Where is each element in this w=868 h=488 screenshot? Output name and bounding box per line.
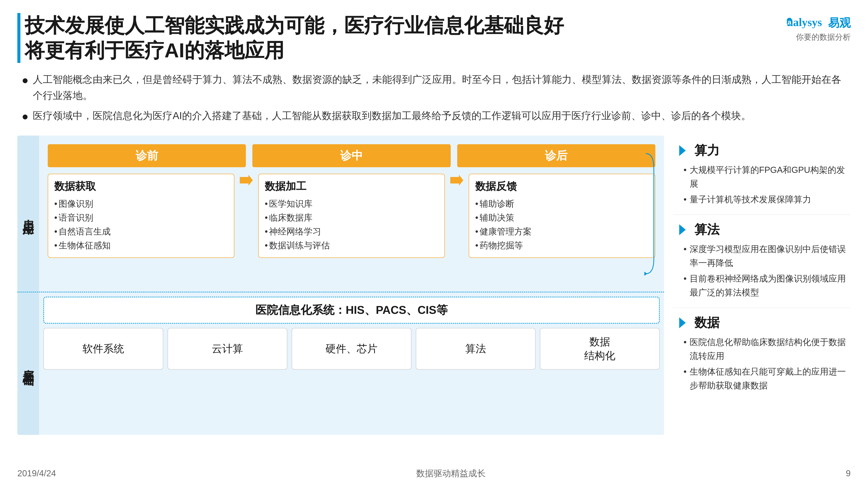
data-feedback-box: 数据反馈 辅助诊断 辅助决策 健康管理方案 药物挖掘等 bbox=[469, 174, 655, 258]
footer-date: 2019/4/24 bbox=[18, 468, 56, 478]
card-title-suanfa: 算法 bbox=[694, 221, 720, 238]
stage-zhenzhong: 诊中 bbox=[252, 144, 451, 167]
logo-text: 易观 bbox=[828, 15, 850, 31]
processing-title: 数据加工 bbox=[265, 180, 438, 193]
proc-item-0: 医学知识库 bbox=[265, 197, 438, 210]
lower-label: 底层基础 bbox=[18, 292, 39, 435]
card-header-suanfa: 算法 bbox=[679, 221, 850, 238]
infra-cloud: 云计算 bbox=[167, 328, 287, 369]
stage-headers: 诊前 诊中 诊后 bbox=[48, 144, 655, 167]
chevron-icon-suanfa bbox=[679, 224, 690, 235]
upper-section: 上层应用 诊前 诊中 诊后 数据获取 图像识别 bbox=[18, 135, 664, 292]
card-title-suanli: 算力 bbox=[694, 142, 720, 159]
chevron-icon-suanli bbox=[679, 145, 690, 156]
feedback-title: 数据反馈 bbox=[475, 180, 649, 193]
upper-label: 上层应用 bbox=[18, 135, 39, 292]
processing-items: 医学知识库 临床数据库 神经网络学习 数据训练与评估 bbox=[265, 197, 438, 252]
stage-zhenhou: 诊后 bbox=[457, 144, 655, 167]
proc-item-2: 神经网络学习 bbox=[265, 225, 438, 238]
logo-icon: nalysys a bbox=[787, 15, 826, 31]
upper-content: 诊前 诊中 诊后 数据获取 图像识别 语音识别 自然语言生成 bbox=[39, 135, 664, 292]
card-bullets-shuju: 医院信息化帮助临床数据结构化便于数据流转应用 生物体征感知在只能可穿戴上的应用进… bbox=[679, 335, 850, 392]
diagram-section: 上层应用 诊前 诊中 诊后 数据获取 图像识别 bbox=[18, 135, 850, 435]
data-processing-box: 数据加工 医学知识库 临床数据库 神经网络学习 数据训练与评估 bbox=[258, 174, 445, 258]
left-diagram: 上层应用 诊前 诊中 诊后 数据获取 图像识别 bbox=[18, 135, 664, 435]
acquisition-title: 数据获取 bbox=[54, 180, 228, 193]
infra-boxes: 软件系统 云计算 硬件、芯片 算法 数据 结构化 bbox=[39, 328, 664, 374]
svg-marker-4 bbox=[450, 175, 463, 186]
acq-item-1: 语音识别 bbox=[54, 210, 228, 225]
footer-tagline: 数据驱动精益成长 bbox=[416, 467, 486, 479]
logo-brand: nalysys a 易观 bbox=[787, 15, 850, 31]
card-bullets-suanfa: 深度学习模型应用在图像识别中后使错误率一再降低 目前卷积神经网络成为图像识别领域… bbox=[679, 242, 850, 299]
proc-item-3: 数据训练与评估 bbox=[265, 238, 438, 252]
main-title: 技术发展使人工智能实践成为可能，医疗行业信息化基础良好 将更有利于医疗AI的落地… bbox=[25, 13, 564, 63]
card-title-shuju: 数据 bbox=[694, 314, 720, 331]
title-area: 技术发展使人工智能实践成为可能，医疗行业信息化基础良好 将更有利于医疗AI的落地… bbox=[18, 13, 787, 63]
arrow-2 bbox=[449, 174, 464, 187]
card-header-suanli: 算力 bbox=[679, 142, 850, 159]
suanli-bullet-0: 大规模平行计算的FPGA和GPU构架的发展 bbox=[684, 163, 850, 191]
title-line1: 技术发展使人工智能实践成为可能，医疗行业信息化基础良好 bbox=[25, 13, 564, 38]
footer-page: 9 bbox=[846, 468, 850, 478]
bullet-dot-1: ● bbox=[22, 72, 28, 89]
arrow-1 bbox=[239, 174, 254, 187]
infra-algorithm: 算法 bbox=[416, 328, 535, 369]
bullet-item-2: ● 医疗领域中，医院信息化为医疗AI的介入搭建了基础，人工智能从数据获取到数据加… bbox=[22, 108, 850, 125]
stage-zhenqian: 诊前 bbox=[48, 144, 246, 167]
card-header-shuju: 数据 bbox=[679, 314, 850, 331]
lower-section: 底层基础 医院信息化系统：HIS、PACS、CIS等 软件系统 云计算 硬件、芯… bbox=[18, 292, 664, 435]
proc-item-1: 临床数据库 bbox=[265, 210, 438, 225]
infra-data: 数据 结构化 bbox=[540, 328, 660, 369]
acquisition-items: 图像识别 语音识别 自然语言生成 生物体征感知 bbox=[54, 197, 228, 252]
bullet-text-2: 医疗领域中，医院信息化为医疗AI的介入搭建了基础，人工智能从数据获取到数据加工最… bbox=[33, 108, 751, 124]
right-card-suanfa: 算法 深度学习模型应用在图像识别中后使错误率一再降低 目前卷积神经网络成为图像识… bbox=[673, 215, 850, 308]
acq-item-2: 自然语言生成 bbox=[54, 225, 228, 238]
acq-item-3: 生物体征感知 bbox=[54, 238, 228, 252]
shuju-bullet-0: 医院信息化帮助临床数据结构化便于数据流转应用 bbox=[684, 335, 850, 363]
bullet-item-1: ● 人工智能概念由来已久，但是曾经碍于算力、算法不成熟、数据资源的缺乏，未能得到… bbox=[22, 72, 850, 103]
data-acquisition-box: 数据获取 图像识别 语音识别 自然语言生成 生物体征感知 bbox=[48, 174, 235, 258]
header-section: 技术发展使人工智能实践成为可能，医疗行业信息化基础良好 将更有利于医疗AI的落地… bbox=[18, 13, 850, 63]
logo-area: nalysys a 易观 你要的数据分析 bbox=[787, 13, 850, 42]
svg-text:a: a bbox=[787, 18, 792, 26]
right-card-shuju: 数据 医院信息化帮助临床数据结构化便于数据流转应用 生物体征感知在只能可穿戴上的… bbox=[673, 308, 850, 400]
lower-content: 医院信息化系统：HIS、PACS、CIS等 软件系统 云计算 硬件、芯片 算法 … bbox=[39, 292, 664, 435]
footer: 2019/4/24 数据驱动精益成长 9 bbox=[18, 467, 850, 479]
feed-item-0: 辅助诊断 bbox=[475, 197, 649, 210]
bullet-text-1: 人工智能概念由来已久，但是曾经碍于算力、算法不成熟、数据资源的缺乏，未能得到广泛… bbox=[33, 72, 850, 103]
title-accent bbox=[18, 13, 21, 63]
hospital-system-box: 医院信息化系统：HIS、PACS、CIS等 bbox=[43, 297, 660, 324]
infra-hardware: 硬件、芯片 bbox=[292, 328, 411, 369]
logo-sub: 你要的数据分析 bbox=[796, 32, 850, 42]
suanfa-bullet-0: 深度学习模型应用在图像识别中后使错误率一再降低 bbox=[684, 242, 850, 270]
shuju-bullet-1: 生物体征感知在只能可穿戴上的应用进一步帮助获取健康数据 bbox=[684, 365, 850, 392]
chevron-icon-shuju bbox=[679, 317, 690, 328]
feedback-items: 辅助诊断 辅助决策 健康管理方案 药物挖掘等 bbox=[475, 197, 649, 252]
feed-item-3: 药物挖掘等 bbox=[475, 238, 649, 252]
right-panel: 算力 大规模平行计算的FPGA和GPU构架的发展 量子计算机等技术发展保障算力 … bbox=[673, 135, 850, 435]
suanfa-bullet-1: 目前卷积神经网络成为图像识别领域应用最广泛的算法模型 bbox=[684, 271, 850, 299]
acq-item-0: 图像识别 bbox=[54, 197, 228, 210]
card-bullets-suanli: 大规模平行计算的FPGA和GPU构架的发展 量子计算机等技术发展保障算力 bbox=[679, 163, 850, 206]
title-bar: 技术发展使人工智能实践成为可能，医疗行业信息化基础良好 将更有利于医疗AI的落地… bbox=[18, 13, 787, 63]
bullet-dot-2: ● bbox=[22, 108, 28, 125]
flow-row: 数据获取 图像识别 语音识别 自然语言生成 生物体征感知 bbox=[48, 174, 655, 258]
feed-item-1: 辅助决策 bbox=[475, 210, 649, 225]
suanli-bullet-1: 量子计算机等技术发展保障算力 bbox=[684, 192, 850, 206]
right-card-suanli: 算力 大规模平行计算的FPGA和GPU构架的发展 量子计算机等技术发展保障算力 bbox=[673, 135, 850, 215]
feed-item-2: 健康管理方案 bbox=[475, 225, 649, 238]
title-line2: 将更有利于医疗AI的落地应用 bbox=[25, 38, 564, 63]
svg-marker-3 bbox=[240, 175, 253, 186]
infra-software: 软件系统 bbox=[43, 328, 163, 369]
page-container: 易观 技术发展使人工智能实践成为可能，医疗行业信息化基础良好 将更有利于医疗AI… bbox=[0, 0, 868, 488]
bullet-section: ● 人工智能概念由来已久，但是曾经碍于算力、算法不成熟、数据资源的缺乏，未能得到… bbox=[18, 72, 850, 125]
